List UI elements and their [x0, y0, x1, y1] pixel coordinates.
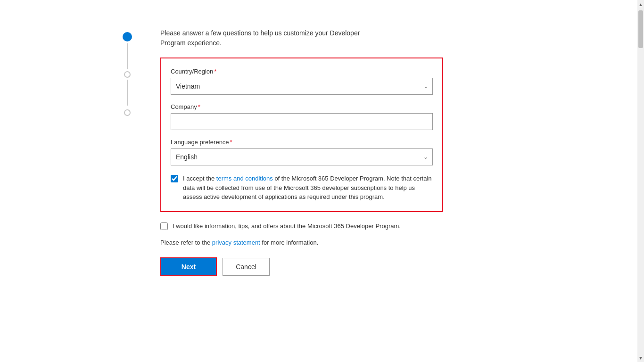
- step-line-1: [127, 43, 128, 69]
- country-select-wrapper: Vietnam United States United Kingdom Ind…: [171, 78, 433, 95]
- language-field-group: Language preference* English French Germ…: [171, 139, 433, 165]
- scrollbar[interactable]: ▲ ▼: [637, 0, 644, 362]
- scroll-up-arrow[interactable]: ▲: [637, 0, 644, 8]
- terms-checkbox[interactable]: [171, 175, 178, 182]
- terms-link[interactable]: terms and conditions: [216, 175, 273, 182]
- country-required-star: *: [214, 68, 216, 75]
- optional-checkbox-section: I would like information, tips, and offe…: [160, 222, 443, 231]
- terms-checkbox-row: I accept the terms and conditions of the…: [171, 174, 433, 202]
- next-button[interactable]: Next: [160, 257, 217, 276]
- language-select-wrapper: English French German Japanese Chinese S…: [171, 148, 433, 165]
- main-container: Please answer a few questions to help us…: [0, 0, 637, 276]
- step-2-dot: [124, 71, 131, 78]
- language-required-star: *: [230, 139, 232, 146]
- step-1-dot: [123, 32, 132, 41]
- scroll-down-arrow[interactable]: ▼: [637, 354, 644, 362]
- terms-label: I accept the terms and conditions of the…: [183, 174, 433, 202]
- form-section: Country/Region* Vietnam United States Un…: [160, 58, 443, 212]
- language-select[interactable]: English French German Japanese Chinese S…: [171, 148, 433, 165]
- scrollbar-thumb[interactable]: [638, 10, 643, 48]
- step-3-dot: [124, 109, 131, 116]
- button-row: Next Cancel: [160, 257, 443, 276]
- company-required-star: *: [198, 103, 200, 110]
- company-field-group: Company*: [171, 103, 433, 130]
- privacy-link[interactable]: privacy statement: [212, 239, 260, 246]
- country-label: Country/Region*: [171, 68, 433, 75]
- language-label: Language preference*: [171, 139, 433, 146]
- intro-text: Please answer a few questions to help us…: [160, 28, 443, 48]
- newsletter-label: I would like information, tips, and offe…: [173, 222, 401, 231]
- privacy-text: Please refer to the privacy statement fo…: [160, 239, 443, 246]
- newsletter-checkbox[interactable]: [160, 222, 168, 230]
- content-area: Please answer a few questions to help us…: [160, 28, 443, 276]
- country-select[interactable]: Vietnam United States United Kingdom Ind…: [171, 78, 433, 95]
- step-line-2: [127, 80, 128, 106]
- country-field-group: Country/Region* Vietnam United States Un…: [171, 68, 433, 95]
- stepper-sidebar: [113, 28, 141, 276]
- company-label: Company*: [171, 103, 433, 110]
- optional-checkbox-row: I would like information, tips, and offe…: [160, 222, 443, 231]
- terms-field-group: I accept the terms and conditions of the…: [171, 174, 433, 202]
- company-input[interactable]: [171, 113, 433, 130]
- cancel-button[interactable]: Cancel: [223, 258, 270, 276]
